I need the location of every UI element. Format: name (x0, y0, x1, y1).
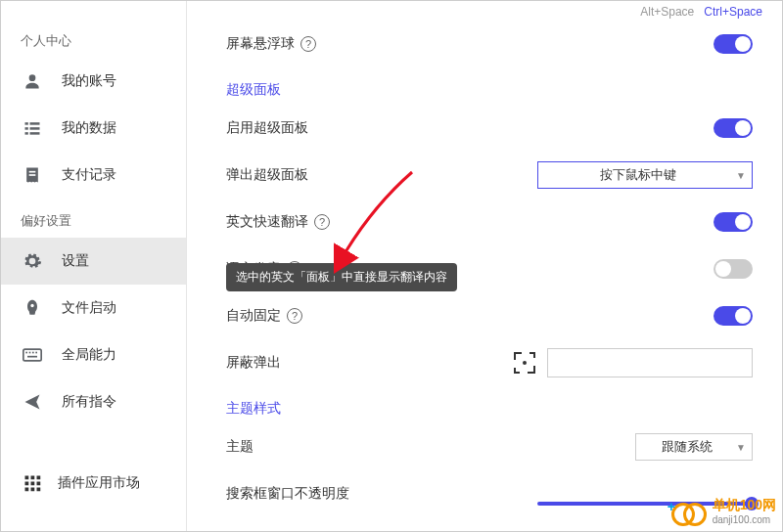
screen-popup-input[interactable] (547, 348, 753, 377)
list-icon (21, 116, 44, 140)
svg-rect-1 (25, 122, 28, 125)
svg-rect-13 (32, 352, 34, 354)
svg-rect-21 (37, 482, 41, 486)
nav-data[interactable]: 我的数据 (1, 105, 186, 152)
watermark-url: danji100.com (713, 514, 776, 525)
svg-rect-8 (29, 174, 36, 176)
toggle-floating-ball[interactable] (714, 34, 753, 54)
nav-label: 我的账号 (62, 72, 116, 90)
row-en-quick-translate: 英文快速翻译? (226, 199, 753, 245)
dropdown-popup-trigger[interactable]: 按下鼠标中键 ▼ (537, 161, 753, 189)
nav-label: 所有指令 (62, 393, 116, 411)
nav-label: 全局能力 (62, 346, 116, 364)
help-icon[interactable]: ? (314, 214, 330, 230)
svg-point-9 (30, 304, 33, 307)
nav-label: 插件应用市场 (58, 474, 140, 492)
send-icon (21, 390, 44, 414)
chevron-down-icon: ▼ (736, 170, 746, 181)
setting-label: 主题 (226, 438, 253, 456)
row-floating-ball: 屏幕悬浮球? (226, 21, 753, 67)
dropdown-value: 按下鼠标中键 (600, 166, 676, 184)
svg-rect-5 (25, 132, 28, 135)
user-icon (21, 69, 44, 93)
toggle-enable-super[interactable] (714, 118, 753, 138)
group-super-panel: 超级面板 (226, 81, 753, 99)
svg-rect-6 (30, 132, 40, 135)
chevron-down-icon: ▼ (736, 442, 746, 453)
section-personal: 个人中心 (1, 24, 186, 58)
svg-rect-3 (25, 127, 28, 130)
svg-rect-19 (25, 482, 29, 486)
setting-label: 屏蔽弹出 (226, 354, 281, 372)
setting-label: 自动固定 (226, 307, 281, 325)
watermark-title: 单机100网 (713, 497, 776, 514)
svg-rect-12 (29, 352, 31, 354)
row-enable-super: 启用超级面板 (226, 105, 753, 152)
sidebar: 个人中心 我的账号 我的数据 支付记录 偏好设置 设置 文件启动 全局能力 所有… (1, 1, 187, 531)
svg-rect-2 (30, 122, 40, 125)
svg-rect-4 (30, 127, 40, 130)
svg-rect-7 (29, 171, 36, 173)
nav-label: 文件启动 (62, 299, 116, 317)
setting-label: 搜索框窗口不透明度 (226, 485, 349, 503)
svg-rect-16 (25, 476, 29, 480)
nav-market[interactable]: 插件应用市场 (1, 465, 186, 502)
group-theme: 主题样式 (226, 400, 753, 418)
help-icon[interactable]: ? (287, 308, 302, 324)
nav-payment[interactable]: 支付记录 (1, 152, 186, 199)
setting-label: 弹出超级面板 (226, 166, 308, 184)
nav-label: 设置 (62, 252, 89, 270)
nav-settings[interactable]: 设置 (1, 238, 186, 285)
rocket-icon (21, 296, 44, 320)
svg-rect-23 (31, 488, 35, 492)
svg-rect-20 (31, 482, 35, 486)
apps-icon (21, 474, 44, 492)
svg-rect-15 (27, 356, 37, 358)
dropdown-theme[interactable]: 跟随系统 ▼ (635, 433, 753, 461)
nav-commands[interactable]: 所有指令 (1, 378, 186, 425)
receipt-icon (21, 163, 44, 187)
row-theme: 主题 跟随系统 ▼ (226, 423, 753, 470)
svg-rect-18 (37, 476, 41, 480)
svg-rect-24 (37, 488, 41, 492)
svg-rect-10 (23, 349, 41, 361)
svg-point-0 (29, 74, 36, 81)
nav-file-launch[interactable]: 文件启动 (1, 285, 186, 332)
toggle-voice[interactable] (714, 259, 753, 279)
row-popup-super: 弹出超级面板 按下鼠标中键 ▼ (226, 152, 753, 199)
svg-rect-17 (31, 476, 35, 480)
tooltip: 选中的英文「面板」中直接显示翻译内容 (226, 263, 457, 291)
svg-rect-11 (25, 352, 27, 354)
toggle-en-quick[interactable] (714, 212, 753, 232)
nav-label: 我的数据 (62, 119, 116, 137)
gear-icon (21, 249, 44, 273)
watermark: + 单机100网 danji100.com (671, 497, 776, 525)
section-preferences: 偏好设置 (1, 204, 186, 238)
nav-global[interactable]: 全局能力 (1, 332, 186, 378)
svg-rect-14 (35, 352, 37, 354)
row-auto-pin: 自动固定? (226, 292, 753, 339)
nav-account[interactable]: 我的账号 (1, 58, 186, 105)
watermark-logo-icon: + (671, 501, 707, 522)
keyboard-icon (21, 343, 44, 367)
setting-label: 屏幕悬浮球 (226, 35, 295, 53)
toggle-auto-pin[interactable] (714, 306, 753, 326)
setting-label: 英文快速翻译 (226, 213, 308, 231)
dropdown-value: 跟随系统 (662, 438, 713, 456)
help-icon[interactable]: ? (300, 36, 316, 52)
setting-label: 启用超级面板 (226, 119, 308, 137)
svg-rect-22 (25, 488, 29, 492)
row-screen-popup: 屏蔽弹出 (226, 339, 753, 386)
scan-icon[interactable] (514, 352, 535, 374)
nav-label: 支付记录 (62, 166, 116, 184)
